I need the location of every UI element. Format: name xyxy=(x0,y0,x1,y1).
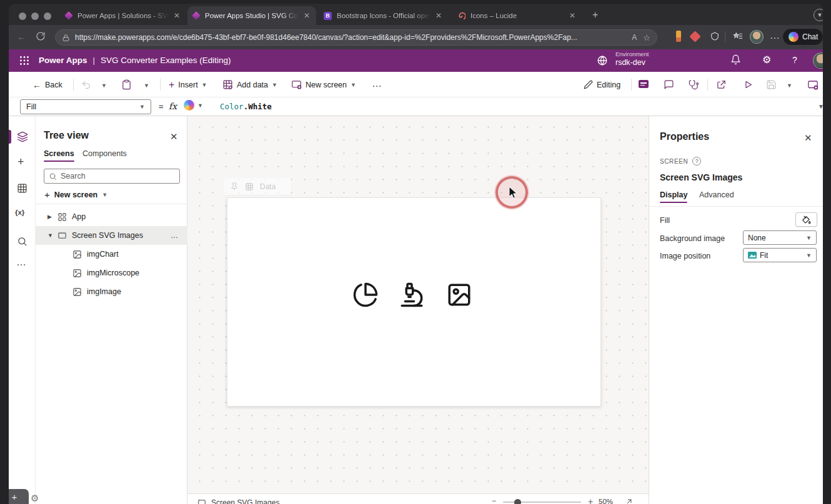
canvas-status-bar: Screen SVG Images − + 50% xyxy=(187,493,649,504)
tree-view-layers-icon[interactable] xyxy=(17,131,28,142)
background-image-value: None xyxy=(748,234,766,242)
background-image-select[interactable]: None ▼ xyxy=(743,230,817,245)
traffic-light-minimize[interactable] xyxy=(31,12,39,20)
add-data-button[interactable]: Add data▼ xyxy=(222,72,277,97)
divider xyxy=(73,79,74,91)
new-tab-button[interactable]: + xyxy=(592,9,598,21)
app-doctor-stethoscope-icon[interactable] xyxy=(689,79,699,90)
editing-label: Editing xyxy=(597,81,620,89)
account-avatar[interactable] xyxy=(813,52,823,69)
browser-more-icon[interactable]: … xyxy=(770,30,780,41)
new-screen-link[interactable]: + New screen ▼ xyxy=(44,189,107,200)
image-position-select[interactable]: Fit ▼ xyxy=(743,248,817,262)
undo-chevron-icon[interactable]: ▼ xyxy=(101,82,107,89)
new-screen-button[interactable]: New screen▼ xyxy=(291,72,356,97)
app-title: SVG Converter Examples (Editing) xyxy=(101,56,231,65)
traffic-light-zoom[interactable] xyxy=(44,12,51,20)
fill-color-button[interactable] xyxy=(795,212,817,227)
tab-close-icon[interactable]: ✕ xyxy=(569,11,575,20)
reader-mode-icon[interactable]: A xyxy=(632,33,637,42)
tree-item-app[interactable]: ▶ App xyxy=(36,207,187,226)
insert-button[interactable]: +Insert▼ xyxy=(169,72,207,97)
browser-tab-solutions[interactable]: Power Apps | Solutions - SVG C ✕ xyxy=(60,6,185,25)
copilot-formula-button[interactable]: ▼ xyxy=(184,100,203,111)
paste-chevron-icon[interactable]: ▼ xyxy=(144,82,149,89)
rail-data-icon[interactable] xyxy=(17,183,27,194)
app-checker-icon[interactable] xyxy=(639,80,649,88)
tree-item-imgchart[interactable]: imgChart xyxy=(36,245,187,264)
traffic-light-close[interactable] xyxy=(19,12,26,20)
save-chevron-icon[interactable]: ▼ xyxy=(787,82,792,89)
search-icon xyxy=(49,172,57,180)
formula-expand-chevron-icon[interactable]: ▼ xyxy=(818,103,823,110)
rail-more-icon[interactable]: … xyxy=(16,257,27,268)
help-circle-icon[interactable]: ? xyxy=(692,157,701,166)
notifications-bell-icon[interactable] xyxy=(730,54,741,65)
screen-capture-overlay-plus[interactable]: + xyxy=(9,489,29,504)
rail-insert-icon[interactable]: + xyxy=(17,156,24,169)
back-nav-icon[interactable]: ← xyxy=(17,31,26,42)
studio-command-bar: ←Back ▼ ▼ +Insert▼ Add data▼ New screen▼… xyxy=(9,72,823,97)
extension-diamond-icon[interactable] xyxy=(689,31,700,42)
zoom-percent[interactable]: 50% xyxy=(599,498,613,504)
tab-display[interactable]: Display xyxy=(660,190,687,199)
browser-tab-lucide[interactable]: Icons – Lucide ✕ xyxy=(452,6,581,25)
tab-title: Power Apps | Solutions - SVG C xyxy=(77,12,169,19)
paste-clipboard-icon[interactable] xyxy=(121,79,132,90)
pie-chart-icon[interactable] xyxy=(352,282,379,308)
address-bar[interactable]: https://make.powerapps.com/e/cde6b475-43… xyxy=(55,29,657,46)
tab-list-chevron-icon[interactable]: ▼ xyxy=(814,9,823,21)
settings-gear-icon[interactable]: ⚙ xyxy=(762,54,771,66)
comments-icon[interactable] xyxy=(664,79,674,90)
tree-view-close-icon[interactable]: ✕ xyxy=(170,131,178,142)
zoom-slider-handle[interactable] xyxy=(514,499,521,504)
extension-pencil-icon[interactable] xyxy=(676,31,681,42)
tab-close-icon[interactable]: ✕ xyxy=(174,11,180,20)
search-input[interactable] xyxy=(61,172,175,180)
favorites-hub-icon[interactable] xyxy=(732,31,743,42)
property-selector[interactable]: Fill ▼ xyxy=(20,99,151,114)
image-icon[interactable] xyxy=(446,282,472,308)
tree-item-more-icon[interactable]: … xyxy=(171,231,179,240)
tree-item-screen-selected[interactable]: ▼ Screen SVG Images … xyxy=(36,226,187,245)
browser-tab-bootstrap[interactable]: B Bootstrap Icons - Official open s ✕ xyxy=(319,6,450,25)
tab-close-icon[interactable]: ✕ xyxy=(304,11,310,20)
waffle-menu-icon[interactable] xyxy=(19,56,29,66)
app-screen-canvas[interactable] xyxy=(227,197,601,407)
fit-to-window-icon[interactable] xyxy=(625,497,634,504)
zoom-out-icon[interactable]: − xyxy=(492,497,496,504)
rail-variables-icon[interactable]: {x} xyxy=(15,209,24,216)
help-icon[interactable]: ? xyxy=(792,55,797,65)
browser-tab-studio-active[interactable]: Power Apps Studio | SVG Conv ✕ xyxy=(187,6,316,25)
canvas-workspace[interactable]: Data xyxy=(187,116,649,493)
chat-button[interactable]: Chat xyxy=(782,28,823,46)
app-name[interactable]: Power Apps xyxy=(39,56,87,65)
preview-play-icon[interactable] xyxy=(743,79,754,90)
zoom-in-icon[interactable]: + xyxy=(588,497,593,504)
data-grid-icon xyxy=(245,182,254,191)
command-bar-more-icon[interactable]: … xyxy=(372,78,382,89)
favorite-star-icon[interactable]: ☆ xyxy=(643,33,650,42)
tab-components[interactable]: Components xyxy=(82,149,127,158)
tab-screens[interactable]: Screens xyxy=(44,149,74,158)
tab-close-icon[interactable]: ✕ xyxy=(435,11,442,20)
tab-title: Icons – Lucide xyxy=(470,12,564,19)
tree-item-imgimage[interactable]: imgImage xyxy=(36,282,187,301)
editing-mode-button[interactable]: Editing xyxy=(584,72,620,97)
rail-settings-gear-icon[interactable]: ⚙ xyxy=(31,493,39,504)
environment-picker[interactable]: Environment rsdk-dev xyxy=(615,51,649,67)
microscope-icon[interactable] xyxy=(399,282,425,308)
rail-search-icon[interactable] xyxy=(17,236,27,247)
formula-input[interactable]: Color.White xyxy=(220,102,272,111)
properties-close-icon[interactable]: ✕ xyxy=(804,132,812,144)
extension-icon[interactable] xyxy=(710,31,720,41)
tab-advanced[interactable]: Advanced xyxy=(699,190,734,199)
tree-search-box[interactable] xyxy=(44,169,180,184)
environment-icon[interactable] xyxy=(597,55,608,66)
profile-avatar[interactable] xyxy=(750,30,764,44)
back-button[interactable]: ←Back xyxy=(32,72,62,97)
tree-item-imgmicroscope[interactable]: imgMicroscope xyxy=(36,264,187,282)
reload-icon[interactable] xyxy=(36,31,46,41)
publish-screen-icon[interactable] xyxy=(807,79,819,91)
share-icon[interactable] xyxy=(716,79,727,90)
